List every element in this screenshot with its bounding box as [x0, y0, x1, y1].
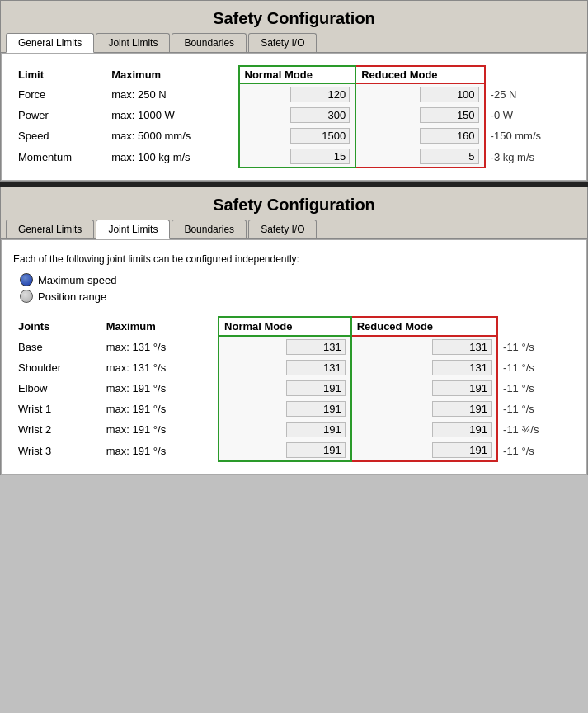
limit-power: Power	[13, 105, 106, 125]
joint-wrist3: Wrist 3	[13, 440, 101, 461]
radio-position-range-label: Position range	[38, 290, 106, 303]
max-base: max: 131 °/s	[101, 336, 219, 357]
unit-elbow: -11 °/s	[497, 378, 575, 399]
normal-force-input[interactable]: 120	[239, 83, 356, 105]
reduced-wrist3-input[interactable]: 191	[351, 440, 497, 461]
unit-wrist1: -11 °/s	[497, 399, 575, 419]
panel-1-content: Limit Maximum Normal Mode Reduced Mode F…	[1, 53, 587, 181]
radio-max-speed-label: Maximum speed	[38, 274, 116, 286]
tab-joint-limits[interactable]: Joint Limits	[96, 33, 170, 52]
reduced-speed-input[interactable]: 160	[355, 125, 484, 146]
reduced-base-input[interactable]: 131	[351, 336, 497, 357]
max-wrist2: max: 191 °/s	[101, 419, 219, 440]
max-elbow: max: 191 °/s	[101, 378, 219, 399]
table-row: Force max: 250 N 120 100 -25 N	[13, 83, 575, 105]
unit-shoulder: -11 °/s	[497, 357, 575, 378]
radio-max-speed[interactable]: Maximum speed	[20, 273, 575, 286]
panel-1-tabs: General Limits Joint Limits Boundaries S…	[1, 33, 587, 53]
reduced-shoulder-input[interactable]: 131	[351, 357, 497, 378]
normal-base-input[interactable]: 131	[219, 336, 351, 357]
max-wrist3: max: 191 °/s	[101, 440, 219, 461]
tab-boundaries[interactable]: Boundaries	[172, 33, 247, 52]
panel-2-tabs: General Limits Joint Limits Boundaries S…	[1, 220, 587, 239]
reduced-momentum-input[interactable]: 5	[355, 146, 484, 168]
table-row: Momentum max: 100 kg m/s 15 5 -3 kg m/s	[13, 146, 575, 168]
limit-force: Force	[13, 83, 106, 105]
tab-general-limits[interactable]: General Limits	[6, 33, 94, 53]
max-momentum: max: 100 kg m/s	[106, 146, 238, 168]
joint-shoulder: Shoulder	[13, 357, 101, 378]
max-shoulder: max: 131 °/s	[101, 357, 219, 378]
reduced-elbow-input[interactable]: 191	[351, 378, 497, 399]
radio-empty-icon	[20, 290, 33, 303]
radio-group: Maximum speed Position range	[20, 273, 575, 303]
normal-wrist2-input[interactable]: 191	[219, 419, 351, 440]
max-force: max: 250 N	[106, 83, 238, 105]
unit-momentum: -3 kg m/s	[485, 146, 575, 168]
tab2-joint-limits[interactable]: Joint Limits	[96, 220, 170, 239]
joint-wrist2: Wrist 2	[13, 419, 101, 440]
reduced-wrist2-input[interactable]: 191	[351, 419, 497, 440]
unit-wrist3: -11 °/s	[497, 440, 575, 461]
col-reduced-mode: Reduced Mode	[355, 66, 484, 83]
tab-safety-io[interactable]: Safety I/O	[248, 33, 317, 52]
panel-2: Safety Configuration General Limits Join…	[0, 187, 588, 475]
reduced-wrist1-input[interactable]: 191	[351, 399, 497, 419]
normal-wrist1-input[interactable]: 191	[219, 399, 351, 419]
table-row: Wrist 1 max: 191 °/s 191 191 -11 °/s	[13, 399, 575, 419]
limit-momentum: Momentum	[13, 146, 106, 168]
info-text: Each of the following joint limits can b…	[13, 253, 575, 265]
normal-shoulder-input[interactable]: 131	[219, 357, 351, 378]
unit-force: -25 N	[485, 83, 575, 105]
col-limit: Limit	[13, 66, 106, 83]
normal-elbow-input[interactable]: 191	[219, 378, 351, 399]
panel-2-content: Each of the following joint limits can b…	[1, 239, 587, 475]
col-reduced-mode-j: Reduced Mode	[351, 317, 497, 336]
joint-base: Base	[13, 336, 101, 357]
normal-wrist3-input[interactable]: 191	[219, 440, 351, 461]
col-maximum: Maximum	[106, 66, 238, 83]
normal-speed-input[interactable]: 1500	[239, 125, 356, 146]
limits-table: Limit Maximum Normal Mode Reduced Mode F…	[13, 65, 575, 168]
table-row: Shoulder max: 131 °/s 131 131 -11 °/s	[13, 357, 575, 378]
unit-power: -0 W	[485, 105, 575, 125]
col-maximum-j: Maximum	[101, 317, 219, 336]
unit-base: -11 °/s	[497, 336, 575, 357]
joint-elbow: Elbow	[13, 378, 101, 399]
joint-wrist1: Wrist 1	[13, 399, 101, 419]
normal-power-input[interactable]: 300	[239, 105, 356, 125]
unit-speed: -150 mm/s	[485, 125, 575, 146]
panel-1: Safety Configuration General Limits Join…	[0, 0, 588, 182]
col-joints: Joints	[13, 317, 101, 336]
table-row: Elbow max: 191 °/s 191 191 -11 °/s	[13, 378, 575, 399]
table-row: Speed max: 5000 mm/s 1500 160 -150 mm/s	[13, 125, 575, 146]
normal-momentum-input[interactable]: 15	[239, 146, 356, 168]
radio-filled-icon	[20, 273, 33, 286]
tab2-general-limits[interactable]: General Limits	[6, 220, 94, 238]
max-wrist1: max: 191 °/s	[101, 399, 219, 419]
col-normal-mode-j: Normal Mode	[219, 317, 351, 336]
reduced-power-input[interactable]: 150	[355, 105, 484, 125]
table-row: Wrist 3 max: 191 °/s 191 191 -11 °/s	[13, 440, 575, 461]
table-row: Power max: 1000 W 300 150 -0 W	[13, 105, 575, 125]
unit-wrist2: -11 ¾/s	[497, 419, 575, 440]
radio-position-range[interactable]: Position range	[20, 290, 575, 303]
limit-speed: Speed	[13, 125, 106, 146]
panel-2-title: Safety Configuration	[1, 187, 587, 220]
max-power: max: 1000 W	[106, 105, 238, 125]
tab2-boundaries[interactable]: Boundaries	[172, 220, 247, 238]
table-row: Wrist 2 max: 191 °/s 191 191 -11 ¾/s	[13, 419, 575, 440]
reduced-force-input[interactable]: 100	[355, 83, 484, 105]
max-speed: max: 5000 mm/s	[106, 125, 238, 146]
col-normal-mode: Normal Mode	[239, 66, 356, 83]
table-row: Base max: 131 °/s 131 131 -11 °/s	[13, 336, 575, 357]
tab2-safety-io[interactable]: Safety I/O	[248, 220, 317, 238]
joints-table: Joints Maximum Normal Mode Reduced Mode …	[13, 316, 575, 462]
panel-1-title: Safety Configuration	[1, 1, 587, 33]
